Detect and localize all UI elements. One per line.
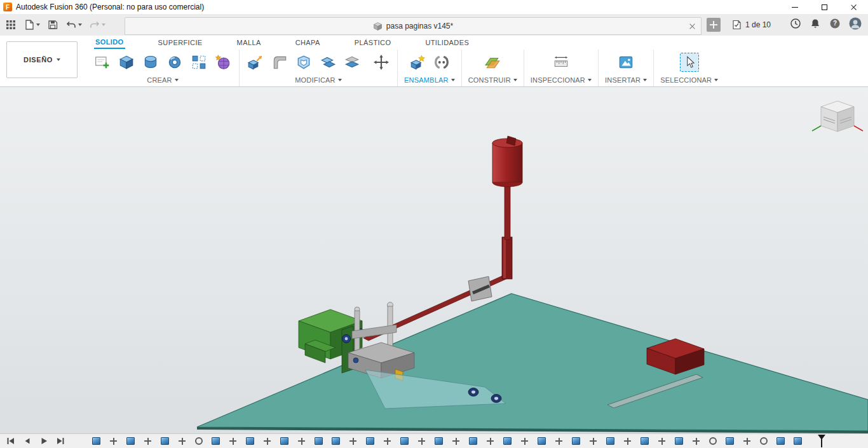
measure-icon[interactable]: [552, 53, 571, 72]
timeline-feature-move-icon[interactable]: [743, 437, 751, 445]
timeline-bar[interactable]: [0, 433, 868, 448]
version-indicator[interactable]: 1 de 10: [731, 14, 771, 36]
timeline-feature-extrude-icon[interactable]: [776, 437, 785, 445]
step-back-button[interactable]: [22, 435, 33, 447]
timeline-feature-extrude-icon[interactable]: [606, 437, 614, 445]
workspace-selector[interactable]: DISEÑO: [6, 41, 78, 78]
form-icon[interactable]: [214, 53, 233, 72]
fillet-icon[interactable]: [270, 53, 289, 72]
timeline-feature-extrude-icon[interactable]: [280, 437, 288, 445]
timeline-feature-extrude-icon[interactable]: [212, 437, 220, 445]
undo-button[interactable]: [65, 19, 82, 31]
help-button[interactable]: ?: [829, 18, 841, 32]
close-button[interactable]: [839, 0, 868, 14]
timeline-feature-extrude-icon[interactable]: [161, 437, 169, 445]
file-menu-button[interactable]: [24, 19, 40, 31]
joint-icon[interactable]: [432, 53, 451, 72]
tab-plastico[interactable]: PLÁSTICO: [353, 36, 393, 49]
press-pull-icon[interactable]: [246, 53, 265, 72]
timeline-feature-extrude-icon[interactable]: [435, 437, 443, 445]
skip-to-start-button[interactable]: [5, 435, 17, 447]
group-label-ensamblar[interactable]: ENSAMBLAR: [404, 76, 455, 84]
move-copy-icon[interactable]: [372, 53, 391, 72]
timeline-feature-extrude-icon[interactable]: [246, 437, 254, 445]
timeline-feature-move-icon[interactable]: [263, 437, 271, 445]
torus-icon[interactable]: [165, 53, 184, 72]
tab-malla[interactable]: MALLA: [236, 36, 262, 49]
dropdown-caret-icon: [338, 79, 342, 81]
view-cube[interactable]: [812, 101, 863, 132]
timeline-feature-extrude-icon[interactable]: [503, 437, 512, 445]
group-label-modificar[interactable]: MODIFICAR: [295, 76, 342, 84]
group-label-construir[interactable]: CONSTRUIR: [468, 76, 517, 84]
timeline-feature-move-icon[interactable]: [178, 437, 186, 445]
shell-icon[interactable]: [294, 53, 313, 72]
tab-superficie[interactable]: SUPERFICIE: [157, 36, 204, 49]
notifications-button[interactable]: [810, 18, 821, 32]
cylinder-icon[interactable]: [141, 53, 160, 72]
user-avatar[interactable]: [849, 17, 862, 32]
base-plate[interactable]: [197, 294, 868, 433]
timeline-feature-move-icon[interactable]: [229, 437, 237, 445]
timeline-feature-move-icon[interactable]: [692, 437, 700, 445]
timeline-feature-extrude-icon[interactable]: [315, 437, 323, 445]
timeline-feature-move-icon[interactable]: [297, 437, 306, 445]
timeline-feature-extrude-icon[interactable]: [469, 437, 477, 445]
redo-button[interactable]: [89, 19, 105, 31]
tab-utilidades[interactable]: UTILIDADES: [424, 36, 470, 49]
group-label-insertar[interactable]: INSERTAR: [605, 76, 647, 84]
create-sketch-icon[interactable]: [93, 53, 112, 72]
new-component-icon[interactable]: [408, 53, 427, 72]
timeline-feature-extrude-icon[interactable]: [538, 437, 546, 445]
job-status-button[interactable]: [790, 18, 801, 32]
timeline-feature-move-icon[interactable]: [486, 437, 494, 445]
group-label-crear[interactable]: CREAR: [147, 76, 179, 84]
timeline-feature-move-icon[interactable]: [623, 437, 632, 445]
play-button[interactable]: [38, 435, 50, 447]
group-label-inspeccionar[interactable]: INSPECCIONAR: [531, 76, 592, 84]
3d-viewport[interactable]: [0, 87, 868, 433]
minimize-button[interactable]: [780, 0, 810, 14]
timeline-feature-move-icon[interactable]: [452, 437, 460, 445]
document-tab[interactable]: pasa paginas v145*: [125, 17, 702, 35]
timeline-feature-move-icon[interactable]: [383, 437, 391, 445]
maximize-button[interactable]: [810, 0, 839, 14]
save-button[interactable]: [47, 19, 58, 31]
insert-canvas-icon[interactable]: [616, 53, 635, 72]
timeline-feature-move-icon[interactable]: [589, 437, 597, 445]
timeline-feature-extrude-icon[interactable]: [726, 437, 734, 445]
timeline-position-marker[interactable]: [817, 434, 826, 448]
timeline-feature-joint-icon[interactable]: [709, 437, 717, 445]
timeline-feature-joint-icon[interactable]: [195, 437, 203, 445]
app-grid-button[interactable]: [5, 19, 17, 31]
select-icon[interactable]: [680, 53, 699, 72]
timeline-feature-extrude-icon[interactable]: [400, 437, 409, 445]
timeline-feature-extrude-icon[interactable]: [332, 437, 340, 445]
new-tab-button[interactable]: [707, 18, 721, 32]
timeline-feature-move-icon[interactable]: [555, 437, 563, 445]
timeline-feature-extrude-icon[interactable]: [92, 437, 100, 445]
box-icon[interactable]: [117, 53, 136, 72]
pattern-icon[interactable]: [189, 53, 208, 72]
timeline-feature-extrude-icon[interactable]: [675, 437, 683, 445]
timeline-feature-extrude-icon[interactable]: [572, 437, 580, 445]
timeline-feature-move-icon[interactable]: [658, 437, 666, 445]
tab-close-icon[interactable]: [689, 23, 696, 30]
construction-plane-icon[interactable]: [483, 53, 502, 72]
combine-icon[interactable]: [318, 53, 337, 72]
tab-solido[interactable]: SOLIDO: [94, 36, 125, 49]
tab-chapa[interactable]: CHAPA: [294, 36, 322, 49]
timeline-feature-extrude-icon[interactable]: [641, 437, 649, 445]
group-label-seleccionar[interactable]: SELECCIONAR: [660, 76, 718, 84]
timeline-feature-extrude-icon[interactable]: [794, 437, 802, 445]
timeline-feature-move-icon[interactable]: [520, 437, 529, 445]
timeline-feature-move-icon[interactable]: [144, 437, 152, 445]
timeline-feature-joint-icon[interactable]: [760, 437, 768, 445]
timeline-feature-extrude-icon[interactable]: [126, 437, 135, 445]
skip-to-end-button[interactable]: [55, 435, 66, 447]
timeline-feature-extrude-icon[interactable]: [366, 437, 374, 445]
timeline-feature-move-icon[interactable]: [349, 437, 357, 445]
timeline-feature-move-icon[interactable]: [109, 437, 118, 445]
offset-face-icon[interactable]: [342, 53, 362, 72]
timeline-feature-move-icon[interactable]: [417, 437, 426, 445]
